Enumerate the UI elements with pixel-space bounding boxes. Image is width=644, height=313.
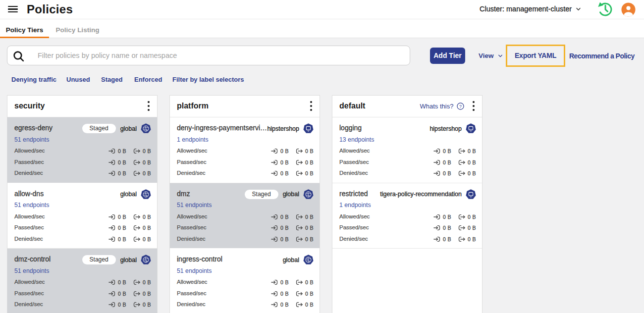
svg-text:?: ? [459,104,462,109]
